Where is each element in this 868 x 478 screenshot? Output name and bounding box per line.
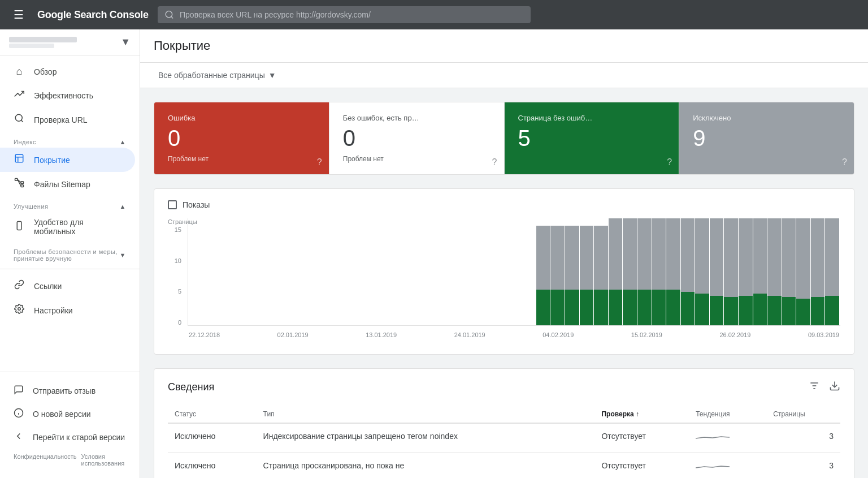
cell-type: Страница просканирована, но пока не [257,453,595,479]
cell-status: Исключено [168,423,257,453]
chart-bar [825,218,839,325]
chart-bar [493,218,507,325]
collapse-index-button[interactable]: ▲ [120,139,126,145]
filter-label: Все обработанные страницы [158,71,265,80]
svg-rect-9 [21,185,24,187]
sidebar-item-links[interactable]: Ссылки [0,274,135,298]
collapse-enhancements-button[interactable]: ▲ [120,203,126,210]
help-icon[interactable]: ? [667,157,672,167]
status-card-excluded[interactable]: Исключено 9 ? [679,102,854,174]
shows-checkbox[interactable] [168,200,177,209]
sidebar-item-label: Ссылки [34,282,62,291]
chart-bar [290,218,305,325]
svg-line-1 [171,16,173,18]
sidebar-item-feedback[interactable]: Отправить отзыв [0,379,140,402]
chart-bar [507,218,522,325]
svg-rect-7 [15,179,18,181]
chart-toggle: Показы [168,200,840,209]
chart-bar [767,218,782,325]
x-label: 22.12.2018 [189,331,220,338]
svg-point-2 [15,114,22,121]
svg-rect-12 [17,221,21,230]
sidebar-item-new-version[interactable]: О новой версии [0,402,140,425]
x-label: 26.02.2019 [719,331,750,338]
page-title: Покрытие [154,38,210,53]
chart-bar [811,218,825,325]
details-title: Сведения [168,381,214,393]
sidebar-item-label: Эффективность [34,91,93,100]
table-row: Исключено Страница просканирована, но по… [168,453,840,479]
details-actions [809,380,840,394]
chart-bar [204,218,218,325]
privacy-link[interactable]: Конфиденциальность [14,453,77,467]
sidebar-item-coverage[interactable]: Покрытие [0,148,135,172]
section-index: Индекс ▲ [0,132,140,148]
svg-point-14 [18,308,21,311]
table-header-row: Статус Тип Проверка ↑ Тенденция Страницы [168,406,840,423]
details-header: Сведения [168,380,840,394]
status-card-warning[interactable]: Без ошибок, есть пр… 0 Проблем нет ? [329,102,505,174]
app-layout: ▼ ⌂ Обзор Эффективность Проверка URL [0,29,868,478]
download-icon[interactable] [829,380,840,394]
details-section: Сведения Статус [154,368,854,478]
sidebar-navigation: ⌂ Обзор Эффективность Проверка URL Индек… [0,55,140,372]
search-bar[interactable] [158,6,531,23]
svg-line-3 [21,120,23,122]
sitemap-icon [14,178,25,191]
table-row: Исключено Индексирование страницы запрещ… [168,423,840,453]
filter-bar: Все обработанные страницы ▼ [140,63,868,88]
details-table: Статус Тип Проверка ↑ Тенденция Страницы… [168,406,840,478]
app-logo: Google Search Console [37,9,149,21]
chart-bar [276,218,290,325]
sidebar-item-label: Файлы Sitemap [34,180,90,189]
chart-bar [666,218,680,325]
sidebar-item-settings[interactable]: Настройки [0,298,135,322]
status-card-success[interactable]: Страница без ошиб… 5 ? [505,102,680,174]
card-number: 9 [693,127,840,149]
status-card-error[interactable]: Ошибка 0 Проблем нет ? [154,102,329,174]
chart-bar [334,218,348,325]
chart-bar [435,218,449,325]
filter-icon[interactable] [809,380,820,394]
y-label-15: 15 [175,226,181,233]
property-bar2 [9,44,54,48]
sidebar-footer: Отправить отзыв О новой версии Перейти к… [0,372,140,478]
main-content: Покрытие Все обработанные страницы ▼ Оши… [140,29,868,478]
chart-bar [392,218,406,325]
sidebar-item-overview[interactable]: ⌂ Обзор [0,60,135,83]
chart-bar [305,218,319,325]
settings-icon [14,304,25,317]
sidebar-item-url-check[interactable]: Проверка URL [0,107,135,132]
sidebar-item-performance[interactable]: Эффективность [0,83,135,107]
terms-link[interactable]: Условия использования [81,453,126,467]
sort-icon: ↑ [636,410,639,418]
sidebar-item-mobile[interactable]: Удобство для мобильных [0,212,135,242]
cell-trend [689,423,766,453]
help-icon[interactable]: ? [842,157,847,167]
collapse-security-button[interactable]: ▼ [120,252,126,259]
help-icon[interactable]: ? [317,157,322,167]
card-label: Ошибка [168,114,315,122]
sidebar-item-label: Удобство для мобильных [34,218,121,236]
chart-bar [406,218,420,325]
help-icon[interactable]: ? [492,157,497,167]
home-icon: ⌂ [14,66,25,77]
x-label: 09.03.2019 [808,331,839,338]
filter-dropdown[interactable]: Все обработанные страницы ▼ [154,68,281,82]
section-enhancements: Улучшения ▲ [0,196,140,212]
info-icon [14,408,24,420]
menu-button[interactable]: ☰ [9,3,28,26]
sidebar-item-old-version[interactable]: Перейти к старой версии [0,425,140,449]
chart-y-axis: 15 10 5 0 [168,226,185,326]
col-pages: Страницы [766,406,840,423]
search-icon [164,10,174,20]
x-label: 13.01.2019 [366,331,397,338]
chart-toggle-label: Показы [183,200,210,209]
sidebar: ▼ ⌂ Обзор Эффективность Проверка URL [0,29,140,478]
sidebar-item-sitemaps[interactable]: Файлы Sitemap [0,172,135,196]
search-input[interactable] [180,10,524,19]
chart-bar [594,218,608,325]
col-check[interactable]: Проверка ↑ [594,406,689,423]
property-selector[interactable]: ▼ [0,29,140,55]
chart-bar [796,218,810,325]
